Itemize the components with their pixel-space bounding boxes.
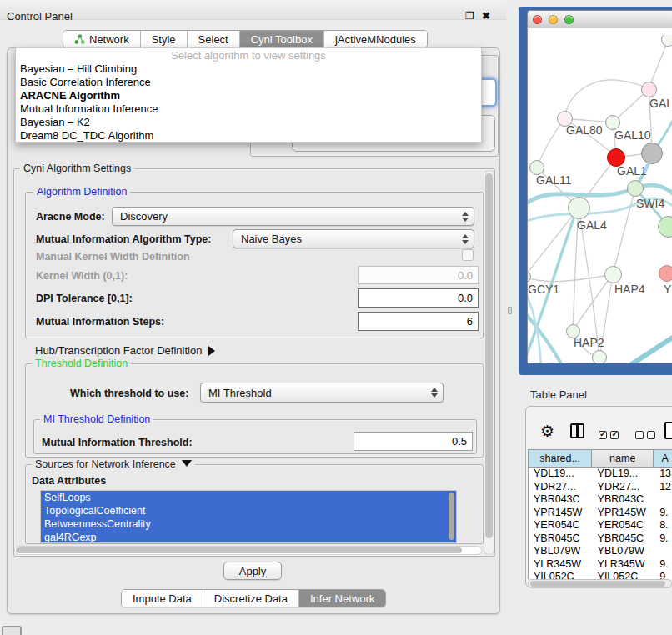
network-edge[interactable]: [528, 274, 613, 282]
close-traffic-light[interactable]: [533, 15, 542, 24]
hub-definition-expander[interactable]: Hub/Transcription Factor Definition: [35, 342, 215, 358]
data-attributes-label: Data Attributes: [32, 475, 106, 487]
network-node[interactable]: [592, 350, 607, 363]
checked-box-icon: [610, 431, 619, 439]
network-canvas[interactable]: GALGAL80GAL10GAL1GAL11SWI4GAL4GCY1HAP4YH…: [528, 35, 672, 363]
network-edge[interactable]: [564, 80, 649, 118]
algorithm-option[interactable]: Mutual Information Inference: [16, 102, 481, 116]
dpi-tolerance-label: DPI Tolerance [0,1]:: [36, 292, 133, 304]
unchecked-box-icon: [635, 431, 644, 439]
table-row[interactable]: YPR145WYPR145W9.: [529, 507, 672, 520]
mi-threshold-value: 0.5: [452, 435, 467, 448]
table-cell: YLR345W: [593, 558, 655, 572]
minimized-panel-icon[interactable]: [2, 626, 22, 635]
column-header[interactable]: name: [592, 450, 654, 467]
tab-impute-data[interactable]: Impute Data: [122, 590, 203, 607]
which-threshold-combobox[interactable]: MI Threshold: [200, 382, 444, 402]
tab-style[interactable]: Style: [141, 31, 188, 48]
algorithm-option[interactable]: Dream8 DC_TDC Algorithm: [16, 129, 481, 142]
mi-type-label: Mutual Information Algorithm Type:: [36, 233, 211, 245]
minimize-traffic-light[interactable]: [549, 15, 558, 24]
tab-network[interactable]: Network: [63, 31, 141, 48]
network-edge[interactable]: [573, 274, 613, 331]
tab-label: Discretize Data: [214, 592, 288, 605]
tab-label: Impute Data: [133, 592, 192, 605]
table-body: YDL19...YDL19...13YDR27...YDR27...12YBR0…: [528, 468, 672, 579]
network-view-frame: GALGAL80GAL10GAL1GAL11SWI4GAL4GCY1HAP4YH…: [519, 7, 672, 375]
checked-box-icon: [599, 431, 607, 439]
tab-label: Cyni Toolbox: [251, 33, 313, 46]
mi-threshold-label: Mutual Information Threshold:: [42, 437, 193, 448]
threshold-definition-title: Threshold Definition: [32, 358, 131, 369]
network-node-gal[interactable]: [641, 82, 657, 98]
mi-steps-field[interactable]: 6: [358, 312, 479, 331]
attribute-item-selected[interactable]: gal4RGexp: [41, 531, 456, 543]
panel-title: Control Panel: [7, 10, 73, 22]
mi-threshold-field[interactable]: 0.5: [354, 432, 473, 451]
table-cell: YIL052C: [593, 571, 655, 579]
algorithm-option[interactable]: Basic Correlation Inference: [16, 76, 481, 89]
node-label: GCY1: [528, 282, 559, 296]
table-row[interactable]: YLR345WYLR345W9.: [529, 558, 672, 572]
table-row[interactable]: YIL052CYIL052C9: [529, 571, 672, 579]
table-cell: 8.: [654, 519, 672, 532]
stepper-arrows-icon: [430, 388, 437, 398]
column-header[interactable]: shared...: [529, 450, 592, 467]
column-header[interactable]: A: [654, 450, 672, 467]
manual-kernel-checkbox[interactable]: [462, 249, 474, 261]
settings-horizontal-scrollbar-thumb[interactable]: [16, 548, 462, 553]
algorithm-option-selected[interactable]: ARACNE Algorithm: [16, 89, 481, 102]
kernel-width-value: 0.0: [458, 269, 473, 282]
apply-button[interactable]: Apply: [223, 562, 282, 580]
network-node-y[interactable]: [659, 265, 672, 282]
attribute-item-selected[interactable]: BetweennessCentrality: [41, 518, 456, 531]
panel-splitter-handle[interactable]: [508, 307, 512, 314]
network-node[interactable]: [661, 35, 672, 47]
attribute-item-selected[interactable]: SelfLoops: [41, 491, 456, 504]
float-window-icon[interactable]: ❐: [465, 10, 474, 22]
network-node-hap4[interactable]: [604, 266, 622, 283]
table-row[interactable]: YBL079WYBL079W: [529, 545, 672, 558]
aracne-mode-combobox[interactable]: Discovery: [112, 207, 474, 226]
network-edge[interactable]: [613, 188, 635, 274]
table-settings-button[interactable]: ⚙: [540, 423, 554, 440]
unselect-all-columns-button[interactable]: [635, 428, 655, 442]
network-edge[interactable]: [628, 333, 672, 363]
table-horizontal-scrollbar-thumb[interactable]: [530, 581, 665, 587]
zoom-traffic-light[interactable]: [564, 15, 574, 24]
sources-collapser[interactable]: Sources for Network Inference: [32, 458, 195, 470]
unchecked-box-icon: [647, 431, 655, 439]
network-node-gal4[interactable]: [568, 197, 590, 219]
network-node[interactable]: [641, 142, 663, 164]
tab-infer-network[interactable]: Infer Network: [299, 590, 385, 607]
tab-jactivemnodules[interactable]: jActiveMNodules: [324, 31, 427, 48]
table-row[interactable]: YDL19...YDL19...13: [529, 468, 672, 481]
mi-steps-label: Mutual Information Steps:: [36, 316, 164, 328]
tab-discretize-data[interactable]: Discretize Data: [203, 590, 299, 607]
tab-select[interactable]: Select: [188, 31, 240, 48]
algorithm-option[interactable]: Bayesian – Hill Climbing: [16, 62, 481, 76]
table-row[interactable]: YBR045CYBR045C9.: [529, 532, 672, 546]
table-row[interactable]: YER054CYER054C8.: [529, 519, 672, 532]
network-window-titlebar[interactable]: [528, 11, 672, 28]
kernel-width-field[interactable]: 0.0: [358, 266, 479, 284]
dpi-tolerance-field[interactable]: 0.0: [358, 288, 479, 308]
tab-cyni-toolbox[interactable]: Cyni Toolbox: [240, 31, 324, 48]
select-all-columns-button[interactable]: [599, 428, 619, 442]
close-icon[interactable]: ✖: [482, 10, 490, 22]
table-cell: YDL19...: [593, 468, 655, 481]
network-node-swi4[interactable]: [627, 180, 644, 197]
table-cell: YBR045C: [529, 532, 593, 546]
attribute-item-selected[interactable]: TopologicalCoefficient: [41, 504, 456, 518]
node-label: HAP2: [574, 336, 604, 349]
settings-vertical-scrollbar-thumb[interactable]: [485, 173, 493, 538]
show-columns-button[interactable]: [570, 423, 584, 438]
table-row[interactable]: YBR043CYBR043C: [529, 493, 672, 507]
mi-algorithm-type-combobox[interactable]: Naive Bayes: [233, 229, 474, 248]
table-cell: YBL079W: [593, 545, 655, 558]
algorithm-option[interactable]: Bayesian – K2: [16, 116, 481, 129]
export-table-button[interactable]: [664, 422, 672, 439]
which-threshold-value: MI Threshold: [208, 387, 272, 399]
attribute-list-scrollbar[interactable]: [449, 492, 454, 540]
table-row[interactable]: YDR27...YDR27...12: [529, 481, 672, 494]
